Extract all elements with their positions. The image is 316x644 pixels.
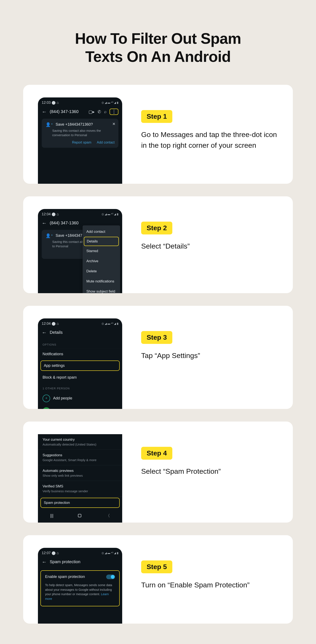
options-dropdown: Add contact Details Starred Archive Dele… (83, 226, 120, 293)
setting-suggestions[interactable]: Suggestions Google Assistant, Smart Repl… (38, 450, 122, 465)
more-options-icon[interactable]: ⋮ (110, 108, 118, 115)
enable-spam-toggle[interactable] (106, 574, 115, 579)
step-4-badge: Step 4 (141, 447, 172, 460)
status-bar: 12:03 ⬤ ⌂ ◎ ◢ ▬ ⁴ᴳ ◢ ▮ (38, 98, 122, 106)
step-1-text: Step 1 Go to Messages and tap the three-… (141, 98, 278, 151)
phone-call-icon[interactable]: ✆ (98, 109, 101, 114)
spam-highlight-box: Enable spam protection To help detect sp… (41, 570, 120, 606)
avatar-icon: 👤 (43, 407, 50, 409)
menu-add-contact[interactable]: Add contact (83, 227, 120, 237)
setting-title: Verified SMS (43, 484, 118, 488)
nav-home-icon[interactable] (78, 514, 81, 517)
step-3-card: 12:04 ⬤ ⌂ ◎ ◢ ▬ ⁴ᴳ ◢ ▮ ← Details OPTIONS… (23, 306, 293, 409)
step-4-phone-col: Your current country Automatically detec… (38, 434, 122, 522)
back-arrow-icon[interactable]: ← (42, 220, 47, 226)
nav-recents-icon[interactable]: ||| (50, 513, 54, 518)
phone-screenshot-4: Your current country Automatically detec… (38, 434, 122, 522)
row-block-report[interactable]: Block & report spam (38, 372, 122, 383)
status-icons-right: ◎ ◢ ▬ ⁴ᴳ ◢ ▮ (102, 552, 118, 554)
step-5-badge: Step 5 (141, 560, 172, 573)
row-contact[interactable]: 👤 (844) 347-1360 (38, 405, 122, 409)
status-bar: 12:04 ⬤ ⌂ ◎ ◢ ▬ ⁴ᴳ ◢ ▮ (38, 318, 122, 327)
status-icons-left: ⬤ ⌂ (51, 100, 59, 104)
spam-help-text: To help detect spam, Messages sends some… (41, 583, 119, 605)
menu-details[interactable]: Details (84, 237, 119, 246)
menu-delete[interactable]: Delete (83, 266, 120, 276)
setting-title: Suggestions (43, 453, 118, 457)
menu-mute[interactable]: Mute notifications (83, 276, 120, 286)
close-icon[interactable]: ✕ (112, 122, 115, 126)
step-5-card: 12:07 ⬤ ⌂ ◎ ◢ ▬ ⁴ᴳ ◢ ▮ ← Spam protection… (23, 535, 293, 624)
android-nav-bar: ||| 〈 (38, 509, 122, 521)
step-5-phone-col: 12:07 ⬤ ⌂ ◎ ◢ ▬ ⁴ᴳ ◢ ▮ ← Spam protection… (38, 548, 122, 624)
add-people-label: Add people (53, 396, 72, 400)
setting-sub: Automatically detected (United States) (43, 442, 118, 446)
status-time: 12:03 (42, 100, 51, 104)
step-1-card: 12:03 ⬤ ⌂ ◎ ◢ ▬ ⁴ᴳ ◢ ▮ ← (844) 347-1360 … (23, 85, 293, 184)
status-icons-right: ◎ ◢ ▬ ⁴ᴳ ◢ ▮ (102, 322, 118, 325)
setting-sub: Google Assistant, Smart Reply & more (43, 458, 118, 462)
setting-title: Automatic previews (43, 469, 118, 473)
step-2-desc: Select “Details” (141, 241, 278, 252)
step-1-desc: Go to Messages and tap the three-dot ico… (141, 129, 278, 151)
step-4-desc: Select “Spam Protection” (141, 466, 278, 477)
spam-title: Spam protection (50, 560, 118, 564)
video-call-icon[interactable]: ▢▸ (89, 109, 95, 114)
row-add-people[interactable]: + Add people (38, 392, 122, 405)
setting-verified-sms[interactable]: Verified SMS Verify business message sen… (38, 481, 122, 496)
phone-screenshot-3: 12:04 ⬤ ⌂ ◎ ◢ ▬ ⁴ᴳ ◢ ▮ ← Details OPTIONS… (38, 318, 122, 409)
details-header: ← Details (38, 327, 122, 339)
title-line2: Texts On An Android (85, 48, 231, 65)
step-2-text: Step 2 Select “Details” (141, 209, 278, 252)
step-2-badge: Step 2 (141, 222, 172, 234)
row-app-settings[interactable]: App settings (41, 360, 120, 371)
step-2-phone-col: 12:04 ⬤ ⌂ ◎ ◢ ▬ ⁴ᴳ ◢ ▮ ← (844) 347-1360 … (38, 209, 122, 293)
back-arrow-icon[interactable]: ← (42, 109, 47, 115)
phone-screenshot-2: 12:04 ⬤ ⌂ ◎ ◢ ▬ ⁴ᴳ ◢ ▮ ← (844) 347-1360 … (38, 209, 122, 293)
add-contact-icon: 👤⁺ (46, 233, 53, 238)
menu-starred[interactable]: Starred (83, 246, 120, 256)
report-spam-link[interactable]: Report spam (72, 140, 91, 144)
add-contact-link[interactable]: Add contact (97, 140, 115, 144)
step-4-text: Step 4 Select “Spam Protection” (141, 434, 278, 477)
save-banner-title: Save +18443471360? (56, 122, 93, 127)
phone-screenshot-5: 12:07 ⬤ ⌂ ◎ ◢ ▬ ⁴ᴳ ◢ ▮ ← Spam protection… (38, 548, 122, 624)
contact-number: (844) 347-1360 (53, 409, 79, 409)
menu-subject[interactable]: Show subject field (83, 286, 120, 293)
save-contact-banner: 👤⁺ Save +18443471360? ✕ Saving this cont… (42, 119, 118, 148)
details-title: Details (50, 330, 118, 335)
status-bar: 12:07 ⬤ ⌂ ◎ ◢ ▬ ⁴ᴳ ◢ ▮ (38, 548, 122, 556)
row-notifications[interactable]: Notifications (38, 348, 122, 360)
step-3-phone-col: 12:04 ⬤ ⌂ ◎ ◢ ▬ ⁴ᴳ ◢ ▮ ← Details OPTIONS… (38, 318, 122, 409)
options-label: OPTIONS (38, 339, 122, 348)
setting-previews[interactable]: Automatic previews Show only web link pr… (38, 465, 122, 481)
setting-sub: Show only web link previews (43, 474, 118, 477)
step-5-desc: Turn on “Enable Spam Protection” (141, 580, 278, 590)
setting-sub: Verify business message sender (43, 489, 118, 493)
menu-archive[interactable]: Archive (83, 256, 120, 266)
enable-spam-row[interactable]: Enable spam protection (41, 571, 119, 583)
header-phone-number: (844) 347-1360 (50, 109, 86, 114)
title-line1: How To Filter Out Spam (75, 30, 241, 47)
status-icons-left: ⬤ ⌂ (51, 212, 59, 216)
nav-back-icon[interactable]: 〈 (106, 513, 110, 518)
page-title: How To Filter Out Spam Texts On An Andro… (0, 0, 316, 85)
back-arrow-icon[interactable]: ← (42, 330, 47, 336)
steps-container: 12:03 ⬤ ⌂ ◎ ◢ ▬ ⁴ᴳ ◢ ▮ ← (844) 347-1360 … (0, 85, 316, 624)
status-icons-left: ⬤ ⌂ (51, 551, 59, 555)
step-5-text: Step 5 Turn on “Enable Spam Protection” (141, 548, 278, 590)
enable-spam-label: Enable spam protection (45, 574, 85, 579)
setting-country[interactable]: Your current country Automatically detec… (38, 434, 122, 450)
add-people-icon: + (43, 394, 50, 402)
spam-header: ← Spam protection (38, 556, 122, 569)
phone-screenshot-1: 12:03 ⬤ ⌂ ◎ ◢ ▬ ⁴ᴳ ◢ ▮ ← (844) 347-1360 … (38, 98, 122, 184)
status-icons-left: ⬤ ⌂ (51, 322, 59, 326)
conversation-header: ← (844) 347-1360 ▢▸ ✆ ⌕ ⋮ (38, 106, 122, 119)
save-banner-subtitle: Saving this contact also moves the conve… (52, 128, 115, 137)
setting-spam-protection[interactable]: Spam protection (41, 498, 120, 508)
back-arrow-icon[interactable]: ← (42, 559, 47, 565)
step-1-badge: Step 1 (141, 110, 172, 123)
status-icons-right: ◎ ◢ ▬ ⁴ᴳ ◢ ▮ (102, 101, 118, 104)
search-icon[interactable]: ⌕ (104, 109, 107, 114)
header-phone-number: (844) 347-1360 (50, 220, 118, 226)
